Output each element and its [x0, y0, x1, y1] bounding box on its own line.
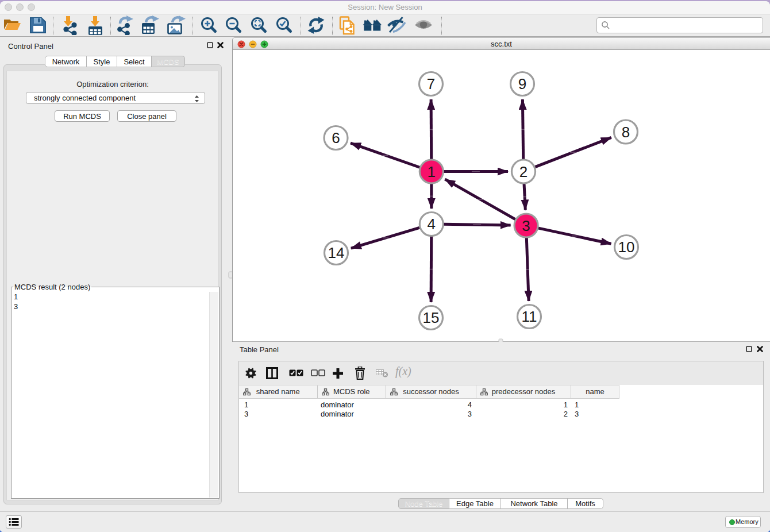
svg-text:3: 3 [522, 217, 530, 234]
svg-text:14: 14 [328, 244, 345, 261]
svg-text:15: 15 [423, 309, 440, 326]
svg-text:9: 9 [518, 75, 526, 92]
svg-text:8: 8 [622, 124, 630, 141]
svg-text:10: 10 [618, 238, 635, 256]
svg-text:1: 1 [428, 163, 436, 180]
svg-text:2: 2 [519, 163, 528, 180]
svg-text:4: 4 [428, 215, 436, 233]
svg-text:6: 6 [332, 129, 340, 147]
svg-text:7: 7 [427, 75, 435, 92]
svg-text:11: 11 [522, 308, 537, 325]
